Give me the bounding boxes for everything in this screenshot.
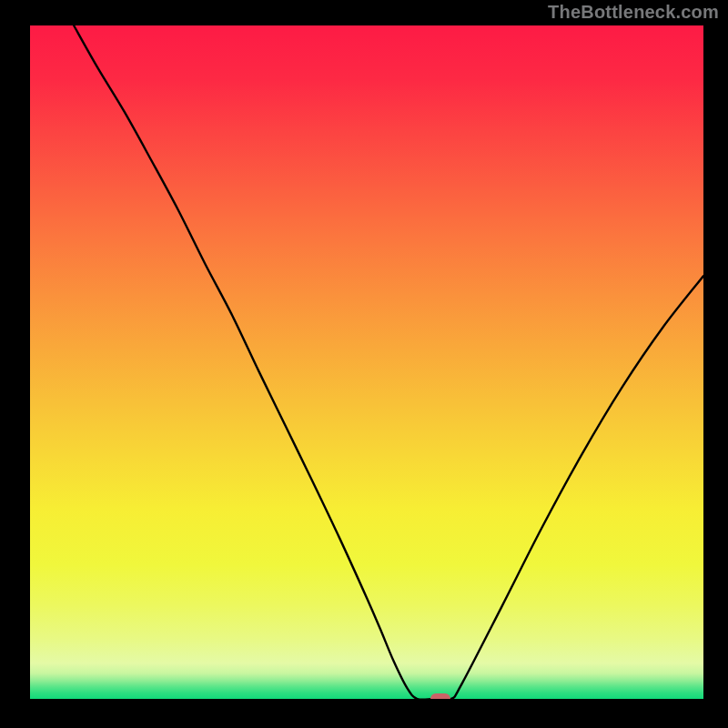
plot-area bbox=[30, 25, 703, 699]
optimal-marker bbox=[430, 693, 450, 699]
v-curve bbox=[30, 25, 703, 699]
chart-container: TheBottleneck.com bbox=[0, 0, 728, 728]
attribution-label: TheBottleneck.com bbox=[548, 2, 719, 23]
